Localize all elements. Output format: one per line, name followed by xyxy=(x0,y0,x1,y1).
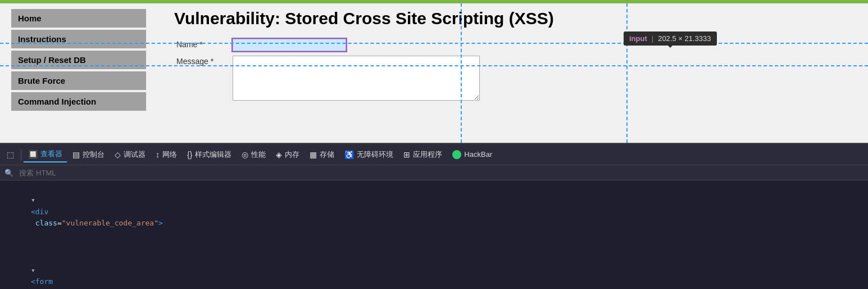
memory-icon: ◈ xyxy=(276,150,282,159)
devtools-network-btn[interactable]: ↕ 网络 xyxy=(151,147,181,162)
content-area: Vulnerability: Stored Cross Site Scripti… xyxy=(163,3,868,143)
devtools-accessibility-btn[interactable]: ♿ 无障碍环境 xyxy=(340,147,398,162)
debugger-label: 调试器 xyxy=(124,150,146,160)
devtools-perf-btn[interactable]: ◎ 性能 xyxy=(237,147,270,162)
application-icon: ⊞ xyxy=(403,150,410,159)
devtools-application-btn[interactable]: ⊞ 应用程序 xyxy=(399,147,447,162)
perf-label: 性能 xyxy=(251,150,266,160)
html-line-1: ▾ <div class="vulnerable_code_area"> xyxy=(4,183,864,241)
message-label: Message * xyxy=(174,53,230,105)
nav-commandinjection[interactable]: Command Injection xyxy=(11,92,146,111)
picker-icon: ⬚ xyxy=(7,150,14,159)
devtools-inspector-btn[interactable]: 🔲 查看器 xyxy=(24,147,67,162)
page-title: Vulnerability: Stored Cross Site Scripti… xyxy=(174,9,857,28)
nav-home[interactable]: Home xyxy=(11,9,146,28)
tooltip: input | 202.5 × 21.3333 xyxy=(624,31,717,46)
network-icon: ↕ xyxy=(156,150,160,159)
nav-instructions[interactable]: Instructions xyxy=(11,30,146,48)
message-textarea[interactable] xyxy=(233,56,480,101)
name-label: Name * xyxy=(174,37,230,53)
main-area: Home Instructions Setup / Reset DB Brute… xyxy=(0,3,868,143)
devtools-style-btn[interactable]: {} 样式编辑器 xyxy=(183,147,236,162)
devtools-memory-btn[interactable]: ◈ 内存 xyxy=(271,147,304,162)
devtools-picker-btn[interactable]: ⬚ xyxy=(2,148,19,161)
toolbar-separator-1 xyxy=(21,149,21,160)
inspector-icon: 🔲 xyxy=(28,150,38,159)
html-line-2: ▾ <form method="post" name="guestform" "… xyxy=(4,241,864,289)
memory-label: 内存 xyxy=(285,150,299,160)
storage-icon: ▦ xyxy=(310,150,317,159)
debugger-icon: ◇ xyxy=(115,150,121,159)
devtools-debugger-btn[interactable]: ◇ 调试器 xyxy=(110,147,150,162)
form-table: Name * Message * xyxy=(174,37,483,105)
devtools-storage-btn[interactable]: ▦ 存储 xyxy=(305,147,339,162)
accessibility-label: 无障碍环境 xyxy=(357,150,393,160)
console-icon: ▤ xyxy=(72,150,80,159)
style-label: 样式编辑器 xyxy=(195,150,231,160)
search-icon: 🔍 xyxy=(4,169,13,177)
inspector-label: 查看器 xyxy=(40,149,62,159)
sidebar: Home Instructions Setup / Reset DB Brute… xyxy=(0,3,163,143)
perf-icon: ◎ xyxy=(242,150,248,159)
hackbar-icon xyxy=(452,150,461,159)
tooltip-dimensions: 202.5 × 21.3333 xyxy=(658,34,711,43)
devtools-search-bar: 🔍 xyxy=(0,165,868,180)
devtools-html-tree: ▾ <div class="vulnerable_code_area"> ▾ <… xyxy=(0,180,868,289)
nav-setup[interactable]: Setup / Reset DB xyxy=(11,51,146,69)
devtools-toolbar: ⬚ 🔲 查看器 ▤ 控制台 ◇ 调试器 ↕ 网络 {} 样式编辑器 ◎ 性能 ◈ xyxy=(0,144,868,165)
style-icon: {} xyxy=(187,150,192,159)
name-input[interactable] xyxy=(233,39,346,51)
devtools-search-input[interactable] xyxy=(19,169,188,177)
tooltip-box: input | 202.5 × 21.3333 xyxy=(624,31,717,46)
devtools-console-btn[interactable]: ▤ 控制台 xyxy=(68,147,109,162)
devtools-hackbar-btn[interactable]: HackBar xyxy=(448,148,497,161)
hackbar-label: HackBar xyxy=(464,150,492,159)
accessibility-icon: ♿ xyxy=(344,150,354,159)
devtools-panel: ⬚ 🔲 查看器 ▤ 控制台 ◇ 调试器 ↕ 网络 {} 样式编辑器 ◎ 性能 ◈ xyxy=(0,143,868,289)
tooltip-tag: input xyxy=(629,34,647,43)
network-label: 网络 xyxy=(162,150,177,160)
console-label: 控制台 xyxy=(83,150,104,160)
storage-label: 存储 xyxy=(320,150,334,160)
application-label: 应用程序 xyxy=(413,150,442,160)
nav-bruteforce[interactable]: Brute Force xyxy=(11,71,146,90)
